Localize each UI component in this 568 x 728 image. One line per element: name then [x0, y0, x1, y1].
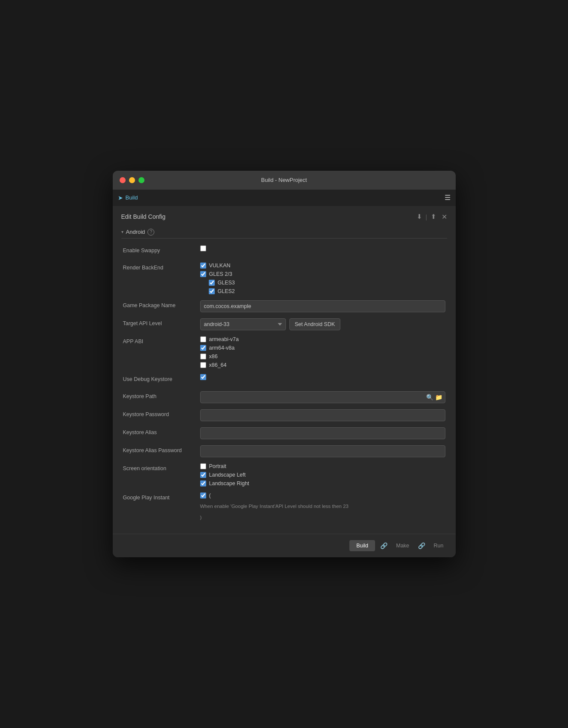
gles3-row: GLES3 [209, 280, 445, 286]
vulkan-label: VULKAN [209, 263, 231, 269]
use-debug-keystore-checkbox-row [200, 374, 445, 380]
content-area: Enable Swappy Render BackEnd VULKAN [121, 245, 447, 534]
export-icon[interactable]: ⬆ [431, 213, 436, 221]
x86-label: x86 [209, 353, 218, 359]
make-link-icon[interactable]: 🔗 [417, 541, 426, 550]
build-link-icon[interactable]: 🔗 [379, 541, 388, 550]
enable-swappy-checkbox-row [200, 245, 445, 251]
keystore-alias-label: Keystore Alias [123, 427, 200, 437]
run-button[interactable]: Run [430, 540, 447, 551]
target-api-level-content: android-33 Set Android SDK [200, 318, 445, 330]
game-package-name-row: Game Package Name [123, 300, 445, 312]
gles3-label: GLES3 [218, 280, 235, 286]
keystore-password-input[interactable] [200, 409, 445, 421]
keystore-alias-password-input[interactable] [200, 445, 445, 457]
keystore-alias-password-content [200, 445, 445, 457]
enable-swappy-label: Enable Swappy [123, 245, 200, 255]
gles3-checkbox[interactable] [209, 280, 215, 286]
armeabi-v7a-label: armeabi-v7a [209, 336, 239, 342]
minimize-button[interactable] [129, 177, 135, 183]
import-icon[interactable]: ⬇ [417, 213, 422, 221]
use-debug-keystore-checkbox[interactable] [200, 374, 206, 380]
enable-swappy-checkbox[interactable] [200, 245, 206, 251]
toolbar-build-label[interactable]: Build [126, 194, 138, 201]
portrait-row: Portrait [200, 463, 445, 469]
render-backend-label: Render BackEnd [123, 263, 200, 272]
gles23-label: GLES 2/3 [209, 271, 232, 277]
keystore-path-row: Keystore Path 🔍 📁 [123, 391, 445, 403]
arm64-v8a-checkbox[interactable] [200, 345, 206, 351]
x86-checkbox[interactable] [200, 353, 206, 359]
armeabi-v7a-checkbox[interactable] [200, 336, 206, 342]
landscape-left-checkbox[interactable] [200, 472, 206, 478]
arm64-v8a-label: arm64-v8a [209, 345, 235, 351]
vulkan-row: VULKAN [200, 263, 445, 269]
set-android-sdk-button[interactable]: Set Android SDK [289, 318, 341, 330]
gles2-row: GLES2 [209, 288, 445, 294]
panel-actions: ⬇ | ⬆ ✕ [417, 213, 447, 221]
portrait-label: Portrait [209, 463, 226, 469]
keystore-password-content [200, 409, 445, 421]
hamburger-icon[interactable]: ☰ [445, 193, 451, 202]
divider: | [426, 213, 427, 221]
target-api-level-label: Target API Level [123, 318, 200, 328]
panel-title: Edit Build Config [121, 213, 166, 220]
enable-swappy-content [200, 245, 445, 251]
maximize-button[interactable] [138, 177, 144, 183]
search-icon[interactable]: 🔍 [426, 394, 433, 401]
render-backend-content: VULKAN GLES 2/3 GLES3 GLES2 [200, 263, 445, 294]
keystore-alias-password-label: Keystore Alias Password [123, 445, 200, 455]
keystore-password-row: Keystore Password [123, 409, 445, 421]
x86-64-checkbox[interactable] [200, 362, 206, 368]
keystore-path-content: 🔍 📁 [200, 391, 445, 403]
close-button[interactable] [120, 177, 126, 183]
use-debug-keystore-label: Use Debug Keystore [123, 374, 200, 384]
google-play-instant-paren-open: ( [209, 492, 211, 498]
app-abi-content: armeabi-v7a arm64-v8a x86 x86_64 [200, 336, 445, 368]
x86-64-row: x86_64 [200, 362, 445, 368]
window-title: Build - NewProject [261, 177, 307, 183]
panel-header: Edit Build Config ⬇ | ⬆ ✕ [121, 213, 447, 221]
use-debug-keystore-row: Use Debug Keystore [123, 374, 445, 385]
target-api-level-select[interactable]: android-33 [200, 318, 286, 330]
vulkan-checkbox[interactable] [200, 263, 206, 269]
app-abi-label: APP ABI [123, 336, 200, 346]
close-icon[interactable]: ✕ [442, 213, 447, 221]
x86-row: x86 [200, 353, 445, 359]
gles23-checkbox[interactable] [200, 271, 206, 277]
make-button[interactable]: Make [393, 540, 413, 551]
landscape-left-label: Landscape Left [209, 472, 246, 478]
keystore-alias-row: Keystore Alias [123, 427, 445, 439]
gles2-checkbox[interactable] [209, 288, 215, 294]
keystore-alias-password-row: Keystore Alias Password [123, 445, 445, 457]
render-backend-row: Render BackEnd VULKAN GLES 2/3 GLES3 [123, 263, 445, 294]
keystore-path-label: Keystore Path [123, 391, 200, 401]
android-section-title: Android [126, 229, 145, 235]
keystore-path-input-wrapper: 🔍 📁 [200, 391, 445, 403]
folder-icon[interactable]: 📁 [435, 394, 442, 401]
screen-orientation-label: Screen orientation [123, 463, 200, 473]
game-package-name-content [200, 300, 445, 312]
google-play-instant-checkbox[interactable] [200, 492, 206, 498]
help-icon[interactable]: ? [147, 229, 154, 236]
keystore-path-input[interactable] [203, 394, 424, 400]
game-package-name-label: Game Package Name [123, 300, 200, 310]
build-button[interactable]: Build [349, 540, 375, 551]
edit-build-config-panel: Edit Build Config ⬇ | ⬆ ✕ ▾ Android ? En… [113, 206, 456, 534]
collapse-icon[interactable]: ▾ [121, 230, 123, 234]
screen-orientation-content: Portrait Landscape Left Landscape Right [200, 463, 445, 486]
gles2-label: GLES2 [218, 288, 235, 294]
toolbar: ➤ Build ☰ [113, 190, 456, 206]
portrait-checkbox[interactable] [200, 463, 206, 469]
landscape-right-checkbox[interactable] [200, 480, 206, 486]
google-play-instant-content: ( When enable 'Google Play Instant'API L… [200, 492, 445, 521]
keystore-alias-content [200, 427, 445, 439]
target-api-level-select-row: android-33 Set Android SDK [200, 318, 445, 330]
screen-orientation-row: Screen orientation Portrait Landscape Le… [123, 463, 445, 486]
app-abi-row: APP ABI armeabi-v7a arm64-v8a x86 [123, 336, 445, 368]
game-package-name-input[interactable] [200, 300, 445, 312]
toolbar-left: ➤ Build [118, 194, 138, 201]
google-play-instant-row: Google Play Instant ( When enable 'Googl… [123, 492, 445, 521]
android-section-header: ▾ Android ? [121, 226, 447, 239]
keystore-alias-input[interactable] [200, 427, 445, 439]
